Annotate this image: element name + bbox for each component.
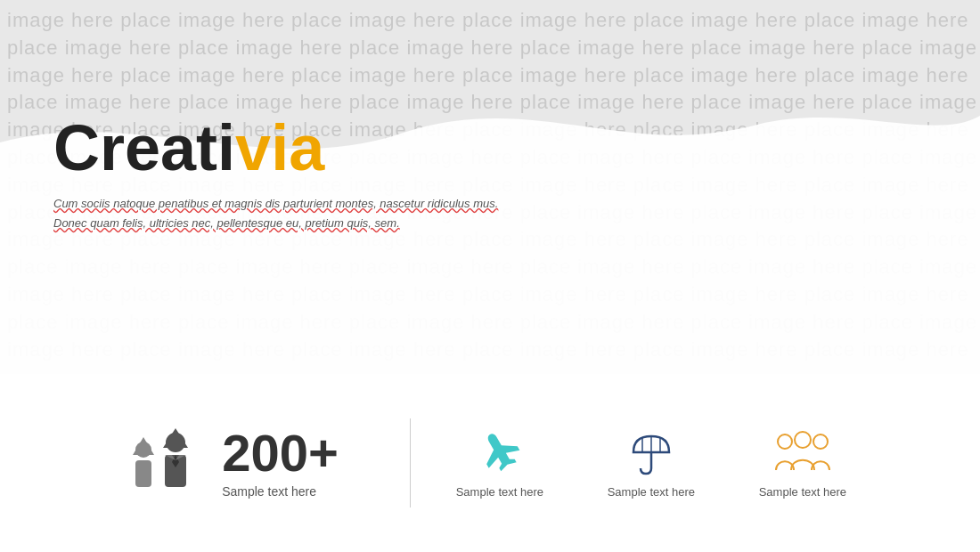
stat-item-label-umbrella: Sample text here xyxy=(608,485,695,499)
stat-main-label: Sample text here xyxy=(222,484,316,499)
svg-point-13 xyxy=(778,434,792,449)
group-icon xyxy=(772,427,834,476)
main-stat: 200+ Sample text here xyxy=(124,423,374,503)
svg-point-14 xyxy=(795,432,811,448)
stat-item-label-airplane: Sample text here xyxy=(456,485,543,499)
stats-inner: 200+ Sample text here Sample text here xyxy=(89,418,891,507)
watermark-line: place image here place image here place … xyxy=(7,35,973,62)
logo-via-text: via xyxy=(235,112,324,183)
svg-marker-2 xyxy=(133,437,154,455)
hero-section: Creativia Cum sociis natoque penatibus e… xyxy=(53,116,517,233)
logo: Creativia xyxy=(53,116,517,180)
watermark-line: image here place image here place image … xyxy=(7,7,973,35)
svg-point-15 xyxy=(813,434,828,449)
people-growth-icon xyxy=(124,423,204,503)
stat-number: 200+ xyxy=(222,427,339,479)
stat-divider xyxy=(410,418,411,507)
logo-creati-text: Creati xyxy=(53,112,235,183)
stat-icons-group: Sample text here Sample text here xyxy=(446,427,856,499)
hero-description: Cum sociis natoque penatibus et magnis d… xyxy=(53,194,517,233)
airplane-icon xyxy=(473,427,527,476)
umbrella-icon xyxy=(625,427,678,476)
watermark-line: image here place image here place image … xyxy=(7,62,973,90)
svg-marker-8 xyxy=(163,428,188,448)
stat-number-block: 200+ Sample text here xyxy=(222,427,339,499)
stat-item-group: Sample text here xyxy=(749,427,856,499)
stat-item-umbrella: Sample text here xyxy=(598,427,705,499)
stat-item-label-group: Sample text here xyxy=(759,485,846,499)
stats-section: 200+ Sample text here Sample text here xyxy=(0,374,980,552)
svg-rect-1 xyxy=(135,460,151,487)
stat-item-airplane: Sample text here xyxy=(446,427,553,499)
